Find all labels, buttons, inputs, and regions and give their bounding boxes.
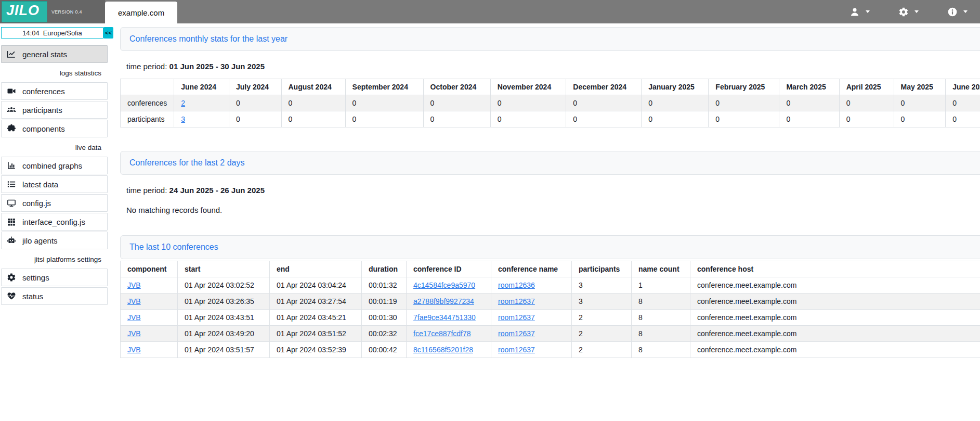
sidebar-item-general-stats[interactable]: general stats bbox=[1, 45, 108, 63]
component-link[interactable]: JVB bbox=[127, 281, 141, 289]
participants-cell: 3 bbox=[572, 294, 632, 310]
sidebar-item-combined-graphs[interactable]: combined graphs bbox=[1, 157, 108, 174]
monthly-row-participants: participants 3 0 0 0 0 0 0 0 0 0 0 0 0 bbox=[121, 111, 980, 127]
chevron-down-icon bbox=[866, 10, 870, 13]
sidebar-item-latest-data[interactable]: latest data bbox=[1, 175, 108, 193]
monthly-cell: 0 bbox=[281, 95, 345, 111]
duration-cell: 00:01:30 bbox=[362, 310, 407, 326]
robot-icon bbox=[7, 236, 16, 245]
sidebar-item-participants[interactable]: participants bbox=[1, 101, 108, 119]
row-label: participants bbox=[121, 111, 174, 127]
time-period-label: time period: bbox=[126, 186, 167, 195]
conference-name-link[interactable]: room12637 bbox=[498, 297, 535, 305]
column-header-cell: participants bbox=[572, 261, 632, 277]
conference-row: JVB 01 Apr 2024 03:26:35 01 Apr 2024 03:… bbox=[121, 294, 980, 310]
component-cell: JVB bbox=[121, 326, 178, 342]
gear-icon bbox=[7, 273, 16, 282]
month-header-cell: October 2024 bbox=[423, 79, 490, 95]
user-icon bbox=[850, 7, 860, 17]
gear-icon bbox=[898, 7, 909, 17]
section-last-2-days: Conferences for the last 2 days time per… bbox=[120, 151, 980, 214]
last-10-title[interactable]: The last 10 conferences bbox=[129, 243, 218, 252]
component-link[interactable]: JVB bbox=[127, 346, 141, 354]
sidebar-item-status[interactable]: status bbox=[1, 287, 108, 305]
sidebar-item-label: latest data bbox=[22, 180, 58, 189]
users-icon bbox=[7, 105, 16, 114]
participants-count-link[interactable]: 3 bbox=[181, 115, 185, 123]
sidebar-item-config-js[interactable]: config.js bbox=[1, 194, 108, 212]
monthly-cell: 0 bbox=[894, 111, 946, 127]
start-cell: 01 Apr 2024 03:02:52 bbox=[178, 277, 270, 294]
component-link[interactable]: JVB bbox=[127, 329, 141, 338]
monthly-cell: 0 bbox=[229, 111, 281, 127]
sidebar-item-label: jilo agents bbox=[22, 236, 58, 245]
conference-name-link[interactable]: room12637 bbox=[498, 313, 535, 322]
duration-cell: 00:01:19 bbox=[362, 294, 407, 310]
component-link[interactable]: JVB bbox=[127, 313, 141, 322]
monthly-cell: 0 bbox=[566, 111, 642, 127]
month-header-cell: January 2025 bbox=[642, 79, 709, 95]
column-header-cell: component bbox=[121, 261, 178, 277]
column-header-cell: name count bbox=[632, 261, 690, 277]
conference-name-link[interactable]: room12636 bbox=[498, 281, 535, 289]
monitor-icon bbox=[7, 198, 16, 208]
monthly-cell: 0 bbox=[490, 95, 566, 111]
monthly-cell: 0 bbox=[839, 111, 894, 127]
clock-time: 14:04 bbox=[22, 29, 40, 37]
monthly-cell: 0 bbox=[490, 111, 566, 127]
video-camera-icon bbox=[7, 86, 16, 96]
platform-tab[interactable]: example.com bbox=[105, 2, 177, 23]
start-cell: 01 Apr 2024 03:49:20 bbox=[178, 326, 270, 342]
time-period-value: 01 Jun 2025 - 30 Jun 2025 bbox=[169, 62, 265, 71]
bar-chart-icon bbox=[7, 161, 16, 170]
conference-row: JVB 01 Apr 2024 03:51:57 01 Apr 2024 03:… bbox=[121, 342, 980, 358]
chevron-down-icon bbox=[914, 10, 919, 13]
conference-id-link[interactable]: 8c116568f5201f28 bbox=[413, 346, 473, 354]
last-2-days-title[interactable]: Conferences for the last 2 days bbox=[129, 158, 244, 168]
month-header-cell: June 2025 bbox=[946, 79, 980, 95]
component-link[interactable]: JVB bbox=[127, 297, 141, 305]
row-label: conferences bbox=[121, 95, 174, 111]
column-header-cell: conference name bbox=[491, 261, 572, 277]
monthly-cell: 2 bbox=[174, 95, 229, 111]
sidebar-item-jilo-agents[interactable]: jilo agents bbox=[1, 232, 108, 249]
sidebar-item-label: participants bbox=[22, 106, 62, 114]
sidebar-item-conferences[interactable]: conferences bbox=[1, 82, 108, 100]
info-menu[interactable] bbox=[947, 7, 968, 17]
sidebar-item-components[interactable]: components bbox=[1, 120, 108, 137]
conference-id-link[interactable]: 4c14584fce9a5970 bbox=[413, 281, 475, 289]
participants-cell: 3 bbox=[572, 277, 632, 294]
column-header-cell: conference host bbox=[690, 261, 980, 277]
participants-cell: 2 bbox=[572, 310, 632, 326]
conference-host-cell: conference.meet.example.com bbox=[690, 326, 980, 342]
monthly-cell: 0 bbox=[709, 95, 779, 111]
conference-name-link[interactable]: room12637 bbox=[498, 329, 535, 338]
sidebar-collapse-button[interactable]: << bbox=[103, 27, 113, 39]
sidebar-item-label: config.js bbox=[22, 199, 51, 208]
user-menu[interactable] bbox=[850, 7, 870, 17]
info-icon bbox=[947, 7, 958, 17]
end-cell: 01 Apr 2024 03:45:21 bbox=[270, 310, 362, 326]
sidebar-item-label: combined graphs bbox=[22, 161, 82, 170]
monthly-cell: 0 bbox=[946, 95, 980, 111]
section-monthly-stats: Conferences monthly stats for the last y… bbox=[120, 27, 980, 127]
monthly-cell: 0 bbox=[779, 95, 839, 111]
component-cell: JVB bbox=[121, 294, 178, 310]
conference-id-link[interactable]: 7fae9ce344751330 bbox=[413, 313, 476, 322]
section-last-10-conferences: The last 10 conferences componentstarten… bbox=[120, 235, 980, 358]
monthly-cell: 0 bbox=[281, 111, 345, 127]
monthly-stats-title[interactable]: Conferences monthly stats for the last y… bbox=[129, 34, 288, 44]
conference-id-link[interactable]: fce17ce887fcdf78 bbox=[413, 329, 471, 338]
conferences-count-link[interactable]: 2 bbox=[181, 99, 185, 107]
conference-name-link[interactable]: room12637 bbox=[498, 346, 535, 354]
last-2-days-time-period: time period: 24 Jun 2025 - 26 Jun 2025 bbox=[126, 186, 980, 195]
conference-host-cell: conference.meet.example.com bbox=[690, 342, 980, 358]
conference-id-link[interactable]: a2788f9bf9927234 bbox=[413, 297, 474, 305]
sidebar-item-interface-config-js[interactable]: interface_config.js bbox=[1, 213, 108, 231]
settings-menu[interactable] bbox=[898, 7, 919, 17]
monthly-cell: 0 bbox=[709, 111, 779, 127]
monthly-cell: 0 bbox=[839, 95, 894, 111]
sidebar-item-label: general stats bbox=[22, 50, 67, 59]
version-label: VERSION 0.4 bbox=[51, 9, 82, 15]
sidebar-item-settings[interactable]: settings bbox=[1, 269, 108, 286]
